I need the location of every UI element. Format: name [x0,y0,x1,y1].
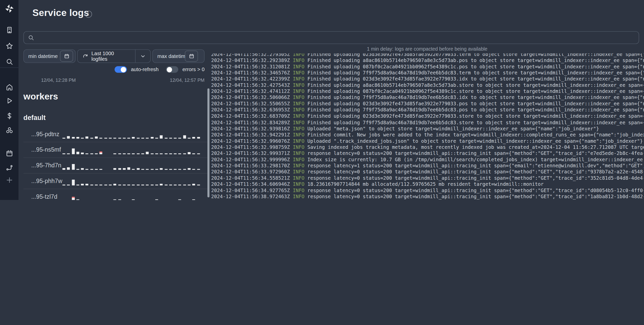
log-line: 2024-12-04T11:56:32.346576Z INFO Finishe… [211,70,644,76]
calendar-button[interactable] [185,51,198,62]
route-icon[interactable] [0,162,18,173]
workers-heading: workers [24,91,58,102]
log-line: 2024-12-04T11:56:32.683709Z INFO Finishe… [211,113,644,119]
log-line: 2024-12-04T11:56:32.312081Z INFO Finishe… [211,64,644,70]
workers-scrollbar[interactable] [207,88,209,197]
log-line: 2024-12-04T11:56:32.292389Z INFO Finishe… [211,57,644,64]
min-datetime-label: min datetime [24,53,58,59]
windmill-logo[interactable] [0,3,18,14]
log-line: 2024-12-04T11:56:33.972960Z INFO respons… [211,169,644,175]
log-line: 2024-12-04T11:56:32.427543Z INFO Finishe… [211,82,644,88]
info-icon[interactable]: i [85,11,92,18]
log-line: 2024-12-04T11:56:32.942291Z INFO Finishe… [211,132,644,138]
errors-toggle[interactable] [166,66,178,73]
log-line: 2024-12-04T11:56:32.834289Z INFO Finishe… [211,119,644,126]
worker-name: ...95-ns5mf [31,146,61,153]
service-logs-page: Service logs i min datetime Last 1000 lo… [0,0,644,200]
search-icon [28,34,34,40]
range-end: 12/04, 12:57 PM [170,78,205,83]
log-pane-top: 2024-12-04T11:56:32.279305Z INFO Finishe… [211,53,644,200]
worker-name: ...95-tzl7d [31,193,57,200]
log-line: 2024-12-04T11:56:32.506066Z INFO Finishe… [211,95,644,101]
log-line: 2024-12-04T11:56:32.999371Z INFO respons… [211,150,644,156]
search-icon[interactable] [0,56,18,67]
log-line: 2024-12-04T11:56:33.298170Z INFO respons… [211,163,644,169]
log-line: 2024-12-04T11:56:32.474112Z INFO Finishe… [211,89,644,95]
worker-name: ...95-pdtnz [31,131,59,137]
log-section: 1 min delay: logs are compacted before b… [210,0,644,200]
refresh-icon [82,53,88,59]
auto-refresh-label: auto-refresh [131,67,159,72]
toggle-row: auto-refresh errors > 0 [24,66,205,73]
sidebar [0,0,18,200]
log-line: 2024-12-04T11:56:32.998759Z INFO Saving … [211,144,644,150]
log-line: 2024-12-04T11:56:32.636953Z INFO Finishe… [211,107,644,113]
cubes-icon[interactable] [0,125,18,136]
calendar-icon[interactable] [0,148,18,159]
worker-list: ...95-pdtnz...95-ns5mf...95-7hd7n...95-p… [24,127,208,200]
worker-name: ...95-7hd7n [31,162,61,169]
log-line: 2024-12-04T11:56:34.558521Z INFO respons… [211,175,644,181]
worker-name: ...95-phh7w [31,178,62,184]
log-line: 2024-12-04T11:56:38.972463Z INFO respons… [211,194,644,200]
worker-activity-sparkline [62,162,204,170]
range-start: 12/04, 12:28 PM [41,78,76,83]
worker-row[interactable]: ...95-7hd7n [24,158,208,174]
worker-activity-sparkline [62,131,204,138]
auto-refresh-toggle[interactable] [115,66,127,73]
errors-label: errors > 0 [182,67,204,72]
min-datetime-field[interactable]: min datetime [24,49,76,63]
log-line: 2024-12-04T11:56:32.996076Z INFO Uploade… [211,138,644,144]
home-icon[interactable] [0,82,18,92]
worker-row[interactable]: ...95-tzl7d [24,189,208,200]
sidebar-divider [0,67,18,68]
worker-activity-sparkline [62,194,204,200]
max-datetime-field[interactable]: max datetime [152,49,205,63]
worker-activity-sparkline [62,178,204,185]
log-line: 2024-12-04T11:56:34.606946Z INFO 18.2361… [211,181,644,187]
calendar-button[interactable] [60,51,73,62]
log-line: 2024-12-04T11:56:32.999996Z INFO Index s… [211,157,644,163]
max-datetime-label: max datetime [153,53,188,59]
worker-activity-sparkline [62,147,204,154]
play-icon[interactable] [0,95,18,106]
time-range: 12/04, 12:28 PM 12/04, 12:57 PM [24,78,205,83]
log-line: 2024-12-04T11:56:34.927765Z INFO respons… [211,188,644,194]
worker-group-heading: default [24,114,46,122]
log-line: 2024-12-04T11:56:32.279305Z INFO Finishe… [211,53,644,57]
worker-row[interactable]: ...95-phh7w [24,173,208,189]
plus-icon[interactable] [0,175,18,185]
chevron-down-icon[interactable] [135,50,150,63]
building-icon[interactable] [0,25,18,35]
star-icon[interactable] [0,41,18,51]
logfiles-split-button[interactable]: Last 1000 logfiles [77,49,151,63]
log-line: 2024-12-04T11:56:32.422399Z INFO Finishe… [211,76,644,82]
logfiles-button-label: Last 1000 logfiles [92,50,130,62]
page-title: Service logs [32,7,89,18]
worker-row[interactable]: ...95-pdtnz [24,127,208,142]
delay-notice: 1 min delay: logs are compacted before b… [210,46,644,52]
log-line: 2024-12-04T11:56:32.939816Z INFO Uploade… [211,126,644,132]
dollar-icon[interactable] [0,111,18,121]
worker-row[interactable]: ...95-ns5mf [24,142,208,158]
log-line: 2024-12-04T11:56:32.550655Z INFO Finishe… [211,101,644,107]
